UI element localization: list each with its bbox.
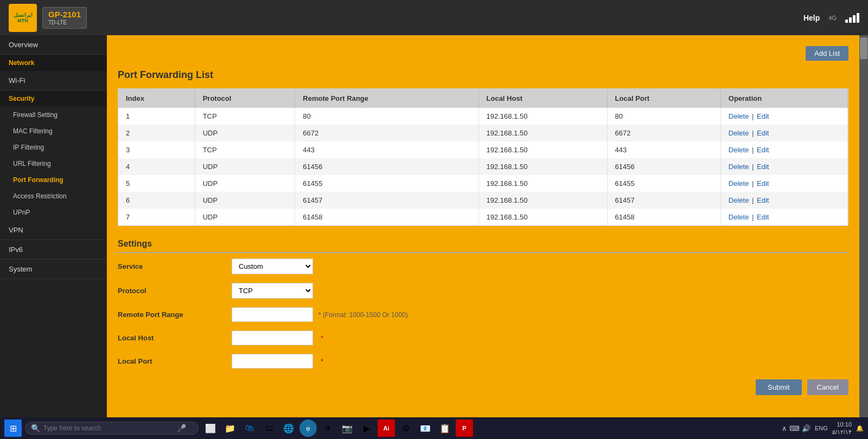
delete-link[interactable]: Delete xyxy=(729,179,749,188)
edit-link[interactable]: Edit xyxy=(757,129,769,137)
local-port-input[interactable] xyxy=(232,354,313,369)
cell-remote-port: 61456 xyxy=(295,158,478,175)
table-row: 7 UDP 61458 192.168.1.50 61458 Delete | … xyxy=(118,209,848,225)
settings-app-icon[interactable]: ⚙ xyxy=(397,419,414,437)
volume-icon[interactable]: 🔊 xyxy=(802,424,810,432)
op-separator: | xyxy=(752,112,754,120)
cell-index: 3 xyxy=(118,141,195,158)
scrollbar-thumb[interactable] xyxy=(860,37,867,59)
remote-port-label: Remote Port Range xyxy=(118,311,226,319)
scrollbar[interactable] xyxy=(859,35,868,417)
delete-link[interactable]: Delete xyxy=(729,129,749,137)
app-icon-1[interactable]: 📋 xyxy=(436,419,454,437)
taskbar-search-box[interactable]: 🔍 🎤 xyxy=(25,422,199,435)
notification-icon[interactable]: 🔔 xyxy=(856,425,864,432)
delete-link[interactable]: Delete xyxy=(729,146,749,154)
sidebar-item-access-restriction[interactable]: Access Restriction xyxy=(0,188,107,204)
op-separator: | xyxy=(752,129,754,137)
email-icon[interactable]: 📧 xyxy=(417,419,434,437)
service-label: Service xyxy=(118,262,226,270)
cell-remote-port: 6672 xyxy=(295,125,478,141)
section-title-port-forwarding: Port Forwarding List xyxy=(118,69,848,81)
sidebar-item-url-filtering[interactable]: URL Filtering xyxy=(0,156,107,172)
cell-local-host: 192.168.1.50 xyxy=(478,125,607,141)
delete-link[interactable]: Delete xyxy=(729,196,749,204)
cell-local-port: 61457 xyxy=(607,192,720,209)
windows-icon: ⊞ xyxy=(10,423,17,434)
folder-icon[interactable]: 🗂 xyxy=(260,419,278,437)
signal-4g-label: 4G xyxy=(828,15,837,21)
cancel-button[interactable]: Cancel xyxy=(807,379,848,395)
main-layout: Overview Network Wi-Fi Security Firewall… xyxy=(0,35,868,417)
table-row: 4 UDP 61456 192.168.1.50 61456 Delete | … xyxy=(118,158,848,175)
cell-remote-port: 443 xyxy=(295,141,478,158)
edit-link[interactable]: Edit xyxy=(757,163,769,171)
sidebar-item-ip-filtering[interactable]: IP Filtering xyxy=(0,139,107,156)
col-index: Index xyxy=(118,89,195,108)
sidebar-item-vpn[interactable]: VPN xyxy=(0,221,107,240)
microphone-icon[interactable]: 🎤 xyxy=(177,424,186,432)
cell-operation: Delete | Edit xyxy=(720,141,847,158)
remote-port-input[interactable] xyxy=(232,307,313,322)
col-remote-port: Remote Port Range xyxy=(295,89,478,108)
remote-port-hint: * (Format: 1000-1500 Or 1000) xyxy=(318,311,408,319)
edit-link[interactable]: Edit xyxy=(757,146,769,154)
delete-link[interactable]: Delete xyxy=(729,213,749,221)
sidebar-item-mac-filtering[interactable]: MAC Filtering xyxy=(0,123,107,139)
sidebar-item-ipv6[interactable]: IPv6 xyxy=(0,240,107,260)
edge-icon[interactable]: e xyxy=(299,419,317,437)
sidebar-item-upnp[interactable]: UPnP xyxy=(0,204,107,221)
cell-protocol: UDP xyxy=(195,192,295,209)
edit-link[interactable]: Edit xyxy=(757,196,769,204)
store-icon[interactable]: 🛍 xyxy=(241,419,258,437)
adobe-icon[interactable]: Ai xyxy=(378,419,395,437)
cell-local-port: 6672 xyxy=(607,125,720,141)
delete-link[interactable]: Delete xyxy=(729,112,749,120)
table-row: 2 UDP 6672 192.168.1.50 6672 Delete | Ed… xyxy=(118,125,848,141)
help-label[interactable]: Help xyxy=(803,14,820,22)
delete-link[interactable]: Delete xyxy=(729,163,749,171)
app-icon-2[interactable]: P xyxy=(456,419,473,437)
submit-button[interactable]: Submit xyxy=(756,379,801,395)
chevron-up-icon[interactable]: ∧ xyxy=(782,424,787,432)
telegram-icon[interactable]: ✈ xyxy=(319,419,336,437)
cell-index: 2 xyxy=(118,125,195,141)
sidebar-item-firewall-setting[interactable]: Firewall Setting xyxy=(0,107,107,123)
cell-local-port: 61458 xyxy=(607,209,720,225)
settings-section: Settings Service Custom HTTP HTTPS FTP P… xyxy=(118,239,848,395)
protocol-label: Protocol xyxy=(118,287,226,295)
remote-port-row: Remote Port Range * (Format: 1000-1500 O… xyxy=(118,307,848,322)
service-select[interactable]: Custom HTTP HTTPS FTP xyxy=(232,259,313,274)
search-circle-icon: 🔍 xyxy=(31,424,40,432)
local-host-label: Local Host xyxy=(118,334,226,342)
cell-local-host: 192.168.1.50 xyxy=(478,192,607,209)
model-box: GP-2101 TD-LTE xyxy=(42,7,87,29)
sidebar-item-wifi[interactable]: Wi-Fi xyxy=(0,71,107,91)
language-indicator[interactable]: ENG xyxy=(815,425,828,431)
cell-local-port: 61455 xyxy=(607,175,720,192)
sidebar-item-overview[interactable]: Overview xyxy=(0,35,107,55)
edit-link[interactable]: Edit xyxy=(757,112,769,120)
start-button[interactable]: ⊞ xyxy=(4,419,22,437)
edit-link[interactable]: Edit xyxy=(757,179,769,188)
local-port-row: Local Port * xyxy=(118,354,848,369)
date-display: ۵/۱۲/۱۴ xyxy=(832,428,852,436)
file-explorer-icon[interactable]: 📁 xyxy=(221,419,239,437)
edit-link[interactable]: Edit xyxy=(757,213,769,221)
local-host-input[interactable] xyxy=(232,331,313,345)
local-port-label: Local Port xyxy=(118,357,226,365)
sidebar-item-port-forwarding[interactable]: Port Forwarding xyxy=(0,172,107,188)
instagram-icon[interactable]: 📷 xyxy=(339,419,356,437)
add-list-button[interactable]: Add List xyxy=(806,46,848,61)
table-row: 6 UDP 61457 192.168.1.50 61457 Delete | … xyxy=(118,192,848,209)
taskbar-search-input[interactable] xyxy=(43,424,174,432)
cell-operation: Delete | Edit xyxy=(720,158,847,175)
protocol-select[interactable]: TCP UDP Both xyxy=(232,283,313,299)
task-view-icon[interactable]: ⬜ xyxy=(202,419,219,437)
keyboard-icon: ⌨ xyxy=(789,424,800,432)
taskbar: ⊞ 🔍 🎤 ⬜ 📁 🛍 🗂 🌐 e ✈ 📷 ▶ Ai ⚙ 📧 📋 P ∧ ⌨ 🔊… xyxy=(0,417,868,439)
media-player-icon[interactable]: ▶ xyxy=(358,419,375,437)
browser-icon[interactable]: 🌐 xyxy=(280,419,297,437)
sidebar-item-system[interactable]: System xyxy=(0,260,107,279)
cell-operation: Delete | Edit xyxy=(720,125,847,141)
